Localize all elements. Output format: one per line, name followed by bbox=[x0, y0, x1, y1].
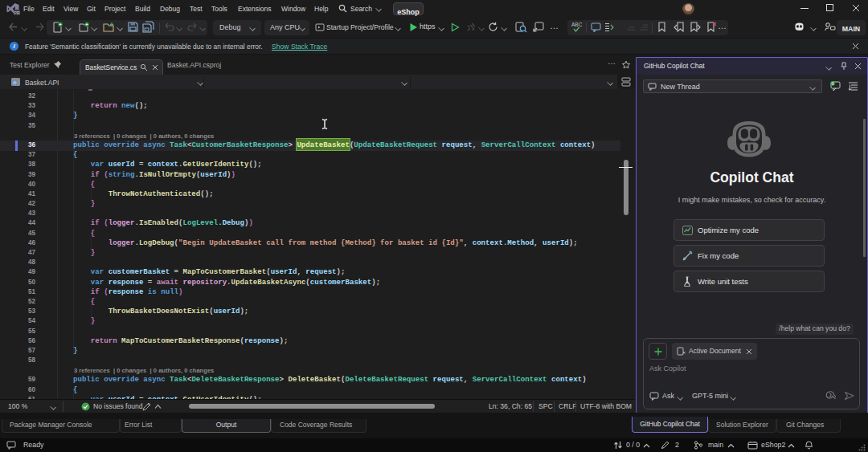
svg-text:PR: PR bbox=[14, 10, 20, 15]
svg-text:0: 0 bbox=[831, 81, 833, 86]
svg-text:ABC: ABC bbox=[571, 22, 583, 27]
